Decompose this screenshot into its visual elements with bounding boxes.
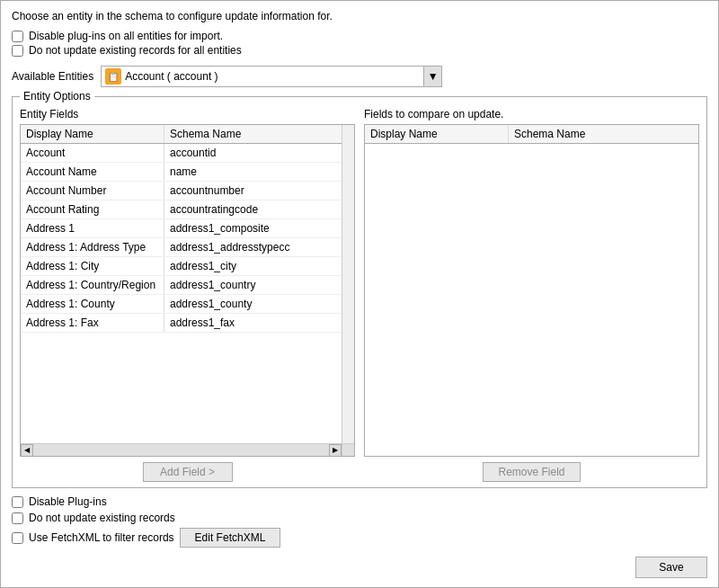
dropdown-arrow[interactable]: ▼ — [423, 67, 441, 86]
table-row[interactable]: Address 1: Country/Regionaddress1_countr… — [21, 276, 342, 295]
available-entities-label: Available Entities — [12, 70, 93, 83]
save-button[interactable]: Save — [635, 557, 707, 578]
global-disable-plugins-row: Disable plug-ins on all entities for imp… — [12, 30, 707, 42]
scroll-right-btn[interactable]: ▶ — [329, 444, 342, 457]
right-header-schema: Schema Name — [509, 125, 698, 143]
bottom-options: Disable Plug-ins Do not update existing … — [12, 495, 707, 548]
table-row[interactable]: Account Numberaccountnumber — [21, 182, 342, 200]
table-row[interactable]: Account Ratingaccountratingcode — [21, 200, 342, 219]
fields-compare-title: Fields to compare on update. — [364, 108, 699, 120]
footer-row: Save — [12, 557, 707, 578]
no-update-row: Do not update existing records — [12, 512, 707, 524]
remove-field-button[interactable]: Remove Field — [483, 462, 580, 482]
right-table: Display Name Schema Name — [364, 124, 699, 457]
global-disable-plugins-label: Disable plug-ins on all entities for imp… — [29, 30, 223, 42]
global-no-update-checkbox[interactable] — [12, 45, 23, 57]
left-header-schema: Schema Name — [164, 125, 342, 143]
main-container: Choose an entity in the schema to config… — [0, 0, 719, 588]
right-header-display: Display Name — [365, 125, 509, 143]
disable-plugins-checkbox[interactable] — [12, 496, 23, 508]
table-row[interactable]: Address 1address1_composite — [21, 219, 342, 238]
table-row[interactable]: Account Namename — [21, 163, 342, 182]
right-column: Fields to compare on update. Display Nam… — [364, 108, 699, 457]
page-description: Choose an entity in the schema to config… — [12, 10, 707, 22]
table-row[interactable]: Accountaccountid — [21, 144, 342, 163]
entity-fields-title: Entity Fields — [20, 108, 355, 120]
left-table-body: Accountaccountid Account Namename Accoun… — [21, 144, 342, 443]
global-no-update-label: Do not update existing records for all e… — [29, 44, 242, 57]
global-options: Disable plug-ins on all entities for imp… — [12, 30, 707, 57]
vertical-scrollbar[interactable] — [342, 125, 354, 443]
scroll-left-btn[interactable]: ◀ — [21, 444, 33, 457]
disable-plugins-label: Disable Plug-ins — [29, 495, 107, 508]
entity-icon: 📋 — [105, 68, 121, 85]
edit-fetchxml-button[interactable]: Edit FetchXML — [180, 528, 281, 548]
add-btn-area: Add Field > — [20, 462, 355, 482]
remove-btn-area: Remove Field — [364, 462, 699, 482]
right-table-body — [365, 144, 698, 456]
chevron-down-icon: ▼ — [428, 70, 439, 83]
table-row[interactable]: Address 1: Faxaddress1_fax — [21, 314, 342, 333]
horizontal-scrollbar[interactable]: ◀ ▶ — [21, 443, 354, 456]
table-row[interactable]: Address 1: Countyaddress1_county — [21, 295, 342, 314]
entity-select[interactable]: 📋 Account ( account ) ▼ — [101, 66, 442, 87]
table-row[interactable]: Address 1: Address Typeaddress1_addresst… — [21, 238, 342, 257]
fetchxml-row: Use FetchXML to filter records Edit Fetc… — [12, 528, 707, 548]
global-disable-plugins-checkbox[interactable] — [12, 31, 23, 42]
right-table-header: Display Name Schema Name — [365, 125, 698, 144]
left-table: Display Name Schema Name Accountaccounti… — [20, 124, 355, 457]
left-table-header: Display Name Schema Name — [21, 125, 342, 144]
global-no-update-row: Do not update existing records for all e… — [12, 44, 707, 57]
fetchxml-checkbox[interactable] — [12, 532, 23, 544]
available-entities-row: Available Entities 📋 Account ( account )… — [12, 66, 707, 87]
left-header-display: Display Name — [21, 125, 164, 143]
entity-options-group: Entity Options Entity Fields Display Nam… — [12, 96, 707, 488]
no-update-label: Do not update existing records — [29, 512, 175, 524]
table-row[interactable]: Address 1: Cityaddress1_city — [21, 257, 342, 276]
fetchxml-label: Use FetchXML to filter records — [29, 531, 174, 544]
entity-select-text: Account ( account ) — [125, 70, 423, 83]
add-field-button[interactable]: Add Field > — [143, 462, 233, 482]
scroll-track[interactable] — [33, 444, 329, 457]
disable-plugins-row: Disable Plug-ins — [12, 495, 707, 508]
left-column: Entity Fields Display Name Schema Name A… — [20, 108, 355, 457]
columns-area: Entity Fields Display Name Schema Name A… — [20, 108, 699, 457]
group-label: Entity Options — [20, 90, 94, 102]
add-remove-row: Add Field > Remove Field — [20, 462, 699, 482]
no-update-checkbox[interactable] — [12, 512, 23, 524]
